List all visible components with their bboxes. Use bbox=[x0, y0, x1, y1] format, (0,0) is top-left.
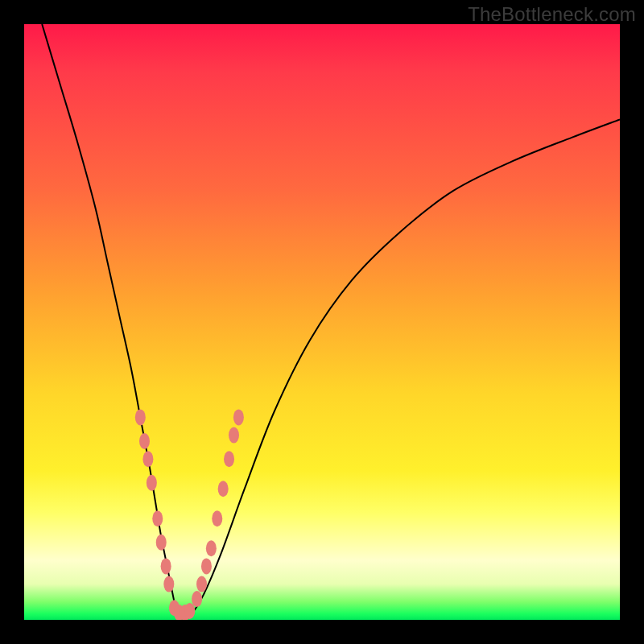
right-cluster-5 bbox=[233, 409, 244, 425]
left-low-2 bbox=[163, 576, 174, 592]
chart-frame: TheBottleneck.com bbox=[0, 0, 644, 644]
right-low-1 bbox=[192, 591, 202, 607]
right-mid-1 bbox=[201, 558, 212, 574]
chart-overlay bbox=[24, 24, 620, 620]
left-low-1 bbox=[161, 558, 171, 574]
right-cluster-2 bbox=[218, 481, 229, 497]
left-mid-2 bbox=[156, 535, 167, 551]
left-cluster-2 bbox=[139, 433, 150, 449]
right-cluster-4 bbox=[229, 427, 239, 444]
right-mid-2 bbox=[206, 540, 217, 556]
data-points bbox=[135, 409, 244, 620]
right-low-2 bbox=[196, 576, 207, 592]
left-mid-1 bbox=[152, 510, 163, 526]
left-cluster-4 bbox=[147, 475, 157, 491]
left-cluster-3 bbox=[142, 451, 153, 467]
vertex-4 bbox=[184, 603, 195, 619]
plot-area bbox=[24, 24, 620, 620]
right-cluster-1 bbox=[212, 510, 222, 526]
right-cluster-3 bbox=[224, 451, 234, 467]
bottleneck-curve bbox=[42, 24, 620, 616]
left-cluster-1 bbox=[135, 409, 146, 425]
watermark-text: TheBottleneck.com bbox=[468, 3, 636, 26]
